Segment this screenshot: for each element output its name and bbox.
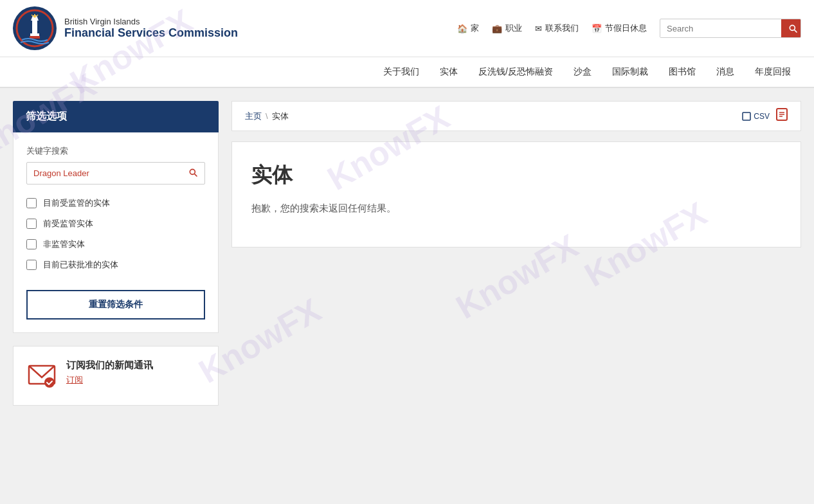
nav-library[interactable]: 图书馆 [658, 57, 706, 87]
search-bar [660, 19, 801, 38]
result-panel: 实体 抱歉，您的搜索未返回任何结果。 [231, 141, 801, 248]
logo-line1: British Virgin Islands [64, 17, 238, 26]
no-results-message: 抱歉，您的搜索未返回任何结果。 [251, 203, 781, 215]
nav-about[interactable]: 关于我们 [373, 57, 430, 87]
svg-point-9 [44, 377, 55, 388]
top-links: 🏠 家 💼 职业 ✉ 联系我们 📅 节假日休息 [457, 22, 647, 34]
filter-header: 筛选选项 [13, 101, 219, 132]
sidebar: 筛选选项 关键字搜索 目前受监管的实体 前受监管实体 [13, 101, 219, 406]
newsletter-title: 订阅我们的新闻通讯 [66, 359, 153, 372]
csv-label: CSV [754, 112, 770, 121]
checkbox-previously-regulated[interactable]: 前受监管实体 [26, 218, 205, 230]
checkbox-non-regulated[interactable]: 非监管实体 [26, 239, 205, 250]
csv-export-link[interactable]: CSV [742, 112, 770, 121]
subscribe-link[interactable]: 订阅 [66, 375, 83, 384]
briefcase-icon: 💼 [492, 24, 502, 33]
top-right: 🏠 家 💼 职业 ✉ 联系我们 📅 节假日休息 [457, 19, 801, 38]
mail-icon: ✉ [535, 24, 542, 33]
main-content: 主页 \ 实体 CSV [231, 101, 801, 406]
checkbox-previously-regulated-label: 前受监管实体 [43, 218, 93, 230]
breadcrumb: 主页 \ 实体 CSV [231, 101, 801, 131]
contact-link[interactable]: ✉ 联系我们 [535, 22, 579, 34]
breadcrumb-home[interactable]: 主页 [245, 111, 262, 122]
breadcrumb-sep: \ [266, 111, 268, 121]
checkbox-currently-approved-input[interactable] [26, 260, 37, 270]
checkbox-currently-regulated-input[interactable] [26, 198, 37, 208]
home-link[interactable]: 🏠 家 [457, 22, 479, 34]
search-icon [788, 23, 798, 33]
newsletter-icon [26, 359, 57, 392]
filter-body: 关键字搜索 目前受监管的实体 前受监管实体 [13, 132, 219, 333]
nav-sanctions[interactable]: 国际制裁 [602, 57, 658, 87]
content-wrapper: 筛选选项 关键字搜索 目前受监管的实体 前受监管实体 [0, 88, 814, 419]
svg-rect-1 [32, 21, 37, 33]
reset-filter-button[interactable]: 重置筛选条件 [26, 290, 205, 320]
logo-area: British Virgin Islands Financial Service… [13, 0, 238, 57]
holiday-link[interactable]: 📅 节假日休息 [592, 22, 647, 34]
checkbox-currently-approved[interactable]: 目前已获批准的实体 [26, 259, 205, 271]
nav-entity[interactable]: 实体 [430, 57, 468, 87]
home-label: 家 [471, 22, 479, 34]
checkbox-currently-regulated[interactable]: 目前受监管的实体 [26, 197, 205, 209]
logo-line2: Financial Services Commission [64, 26, 238, 40]
breadcrumb-actions: CSV [742, 108, 788, 124]
keyword-search-field [26, 162, 205, 184]
breadcrumb-current: 实体 [272, 111, 289, 122]
search-input[interactable] [660, 20, 781, 37]
home-icon: 🏠 [457, 24, 467, 33]
search-icon [188, 167, 198, 177]
checkbox-currently-approved-label: 目前已获批准的实体 [43, 259, 118, 271]
checkbox-currently-regulated-label: 目前受监管的实体 [43, 197, 110, 209]
newsletter-text: 订阅我们的新闻通讯 订阅 [66, 359, 153, 386]
csv-icon [742, 112, 751, 121]
checkbox-list: 目前受监管的实体 前受监管实体 非监管实体 目前已获批准的实体 [26, 197, 205, 271]
search-button[interactable] [781, 19, 801, 37]
pdf-icon [776, 108, 788, 121]
keyword-label: 关键字搜索 [26, 145, 205, 157]
keyword-input[interactable] [27, 164, 181, 183]
pdf-export-button[interactable] [776, 108, 788, 124]
contact-label: 联系我们 [545, 22, 579, 34]
nav-sandbox[interactable]: 沙盒 [563, 57, 602, 87]
svg-rect-10 [743, 113, 750, 120]
checkbox-previously-regulated-input[interactable] [26, 219, 37, 229]
keyword-search-button[interactable] [181, 163, 204, 184]
logo-text: British Virgin Islands Financial Service… [64, 17, 238, 40]
holiday-label: 节假日休息 [605, 22, 647, 34]
nav-news[interactable]: 消息 [706, 57, 745, 87]
svg-rect-3 [30, 33, 39, 36]
checkbox-non-regulated-label: 非监管实体 [43, 239, 85, 250]
calendar-icon: 📅 [592, 24, 602, 33]
nav-aml[interactable]: 反洗钱/反恐怖融资 [468, 57, 563, 87]
career-link[interactable]: 💼 职业 [492, 22, 522, 34]
nav-bar: 关于我们 实体 反洗钱/反恐怖融资 沙盒 国际制裁 图书馆 消息 年度回报 [0, 57, 814, 88]
newsletter-box: 订阅我们的新闻通讯 订阅 [13, 346, 219, 406]
result-title: 实体 [251, 161, 781, 190]
checkbox-non-regulated-input[interactable] [26, 239, 37, 249]
career-label: 职业 [505, 22, 522, 34]
nav-annual[interactable]: 年度回报 [745, 57, 801, 87]
top-bar: British Virgin Islands Financial Service… [0, 0, 814, 57]
logo-icon [13, 6, 57, 50]
